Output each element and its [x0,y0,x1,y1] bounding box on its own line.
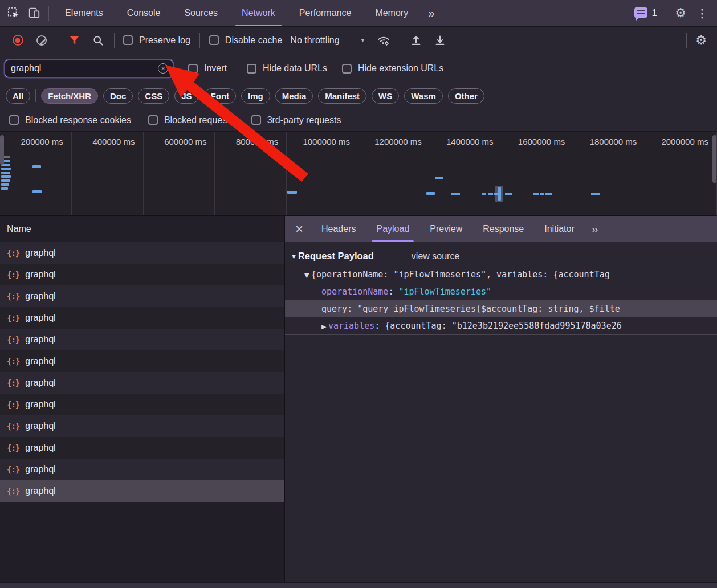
timeline-ruler: 200000 ms400000 ms600000 ms800000 ms1000… [0,132,717,215]
chip-wasm[interactable]: Wasm [404,88,443,104]
request-row[interactable]: {:}graphql [0,242,284,264]
3rd-party-requests-checkbox[interactable] [251,115,261,125]
request-name: graphql [25,334,55,345]
chip-media[interactable]: Media [275,88,313,104]
request-row[interactable]: {:}graphql [0,437,284,459]
3rd-party-requests-row: 3rd-party requests [251,115,341,125]
network-settings-gear-icon[interactable]: ⚙ [691,31,711,50]
chip-manifest[interactable]: Manifest [318,88,366,104]
request-row[interactable]: {:}graphql [0,307,284,329]
waterfall-bar [1,175,11,178]
json-braces-icon: {:} [7,335,19,344]
preserve-log-checkbox[interactable] [123,35,133,45]
timeline-tick-label: 600000 ms [144,137,215,146]
footer-strip [0,582,717,588]
settings-gear-icon[interactable]: ⚙ [670,3,691,23]
request-row[interactable]: {:}graphql [0,264,284,285]
clear-network-log-button[interactable] [30,31,54,50]
payload-line[interactable]: operationName: "ipFlowTimeseries" [285,283,717,300]
request-name: graphql [25,378,55,388]
divider [58,33,58,48]
request-row[interactable]: {:}graphql [0,372,284,394]
tab-console[interactable]: Console [115,0,173,26]
chip-img[interactable]: Img [241,88,270,104]
close-detail-icon[interactable]: × [287,222,311,236]
request-name: graphql [25,421,55,431]
request-row[interactable]: {:}graphql [0,415,284,437]
timeline-tick-label: 1600000 ms [502,137,573,146]
view-source-link[interactable]: view source [412,251,459,262]
chip-ws[interactable]: WS [372,88,399,104]
disable-cache-checkbox[interactable] [209,35,219,45]
network-overview-timeline[interactable]: 200000 ms400000 ms600000 ms800000 ms1000… [0,132,717,216]
detail-tab-response[interactable]: Response [472,216,534,242]
tab-performance[interactable]: Performance [287,0,364,26]
request-row[interactable]: {:}graphql [0,459,284,480]
network-conditions-icon[interactable] [372,31,396,50]
chip-other[interactable]: Other [448,88,484,104]
kebab-menu-icon[interactable]: ⋮ [691,6,714,20]
hide-extension-urls-row: Hide extension URLs [342,63,443,74]
chip-js[interactable]: JS [174,88,198,104]
inspect-element-icon[interactable] [3,3,24,23]
filter-funnel-icon[interactable] [62,31,86,50]
clear-filter-icon[interactable]: × [158,63,168,74]
timeline-scroll-handle-left[interactable] [0,135,4,165]
timeline-column: 800000 ms [215,132,287,215]
export-har-icon[interactable] [428,31,452,50]
request-payload-header[interactable]: ▼ Request Payload view source [291,251,717,262]
timeline-scroll-handle-right[interactable] [712,135,716,183]
tab-elements[interactable]: Elements [53,0,115,26]
blocked-requests-checkbox[interactable] [148,115,158,125]
blocked-response-cookies-checkbox[interactable] [9,115,19,125]
waterfall-bar [494,193,498,195]
detail-tab-headers[interactable]: Headers [311,216,366,242]
record-network-log-button[interactable] [6,31,30,50]
detail-more-tabs-icon[interactable]: » [585,222,604,236]
payload-line[interactable]: ▶ variables: {accountTag: "b12e3b2192ee5… [285,317,717,334]
chip-fetch-xhr[interactable]: Fetch/XHR [41,88,98,104]
name-column-header[interactable]: Name [0,216,284,242]
timeline-column: 1800000 ms [573,132,645,215]
payload-line[interactable]: query: "query ipFlowTimeseries($accountT… [285,300,717,317]
json-braces-icon: {:} [7,378,19,387]
waterfall-bar [287,191,297,194]
throttling-select[interactable]: No throttling ▼ [282,35,371,46]
hide-data-urls-checkbox[interactable] [247,64,256,74]
chip-all[interactable]: All [6,88,30,104]
json-braces-icon: {:} [7,248,19,258]
network-filter-bar: × Invert Hide data URLs Hide extension U… [0,54,717,83]
disclosure-triangle-icon: ▼ [291,253,297,260]
request-row[interactable]: {:}graphql [0,480,284,502]
main-tab-list: ElementsConsoleSourcesNetworkPerformance… [53,0,420,26]
request-row[interactable]: {:}graphql [0,329,284,350]
device-toolbar-icon[interactable] [24,3,44,23]
more-tabs-icon[interactable]: » [420,6,442,20]
request-row[interactable]: {:}graphql [0,285,284,307]
waterfall-bar [533,193,539,195]
filter-input[interactable] [10,63,158,74]
request-row[interactable]: {:}graphql [0,394,284,415]
payload-segment: "ipFlowTimeseries" [398,287,491,297]
import-har-icon[interactable] [404,31,428,50]
issues-message-icon[interactable] [634,7,647,18]
chip-css[interactable]: CSS [138,88,169,104]
hide-extension-urls-checkbox[interactable] [342,64,352,74]
devtools-main-tabbar: ElementsConsoleSourcesNetworkPerformance… [0,0,717,27]
payload-line[interactable]: ▼ {operationName: "ipFlowTimeseries", va… [285,266,717,283]
tab-network[interactable]: Network [230,0,287,26]
tab-memory[interactable]: Memory [363,0,420,26]
request-name: graphql [25,270,55,280]
payload-tree: ▼ {operationName: "ipFlowTimeseries", va… [285,266,717,335]
request-row[interactable]: {:}graphql [0,350,284,372]
tab-sources[interactable]: Sources [172,0,230,26]
invert-checkbox[interactable] [188,64,198,74]
blocked-response-cookies-label: Blocked response cookies [25,115,131,125]
detail-tab-list: HeadersPayloadPreviewResponseInitiator [311,216,585,242]
chip-font[interactable]: Font [204,88,236,104]
detail-tab-payload[interactable]: Payload [366,216,419,242]
detail-tab-preview[interactable]: Preview [419,216,472,242]
chip-doc[interactable]: Doc [103,88,133,104]
detail-tab-initiator[interactable]: Initiator [534,216,584,242]
search-icon[interactable] [86,31,110,50]
